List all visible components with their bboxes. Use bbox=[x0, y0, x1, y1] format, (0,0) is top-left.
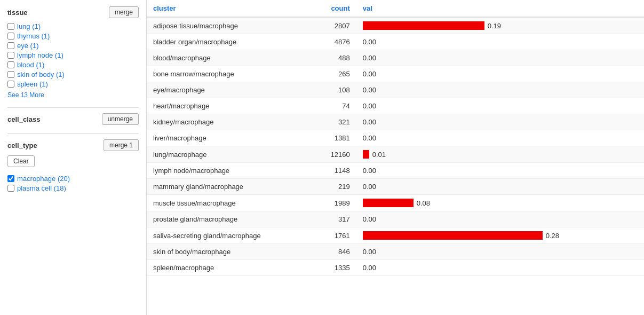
table-row: blood/macrophage4880.00 bbox=[147, 50, 644, 66]
tissue-link-2[interactable]: eye (1) bbox=[17, 42, 38, 50]
cell-val: 0.00 bbox=[356, 114, 644, 130]
table-row: heart/macrophage740.00 bbox=[147, 98, 644, 114]
cell-cluster: prostate gland/macrophage bbox=[147, 211, 312, 227]
cell-cluster: heart/macrophage bbox=[147, 98, 312, 114]
cell-type-header: cell_type merge 1 bbox=[7, 139, 139, 151]
clear-button[interactable]: Clear bbox=[7, 155, 35, 167]
val-text: 0.01 bbox=[372, 151, 386, 159]
val-text: 0.28 bbox=[546, 232, 559, 240]
val-text: 0.00 bbox=[363, 134, 376, 142]
unmerge-button[interactable]: unmerge bbox=[102, 113, 139, 125]
cell-class-section: cell_class unmerge bbox=[7, 113, 139, 125]
cell-type-item: plasma cell (18) bbox=[7, 184, 139, 192]
cell-cluster: bone marrow/macrophage bbox=[147, 66, 312, 82]
cell-val: 0.01 bbox=[356, 146, 644, 163]
tissue-checkbox-0[interactable] bbox=[7, 23, 14, 30]
table-row: liver/macrophage13810.00 bbox=[147, 130, 644, 146]
cell-type-title: cell_type bbox=[7, 141, 37, 149]
cell-count: 1989 bbox=[312, 195, 356, 211]
tissue-checkbox-1[interactable] bbox=[7, 33, 14, 40]
val-text: 0.00 bbox=[363, 167, 376, 175]
cell-cluster: bladder organ/macrophage bbox=[147, 34, 312, 50]
cell-count: 1335 bbox=[312, 260, 356, 276]
cell-val: 0.00 bbox=[356, 50, 644, 66]
cell-class-header: cell_class unmerge bbox=[7, 113, 139, 125]
tissue-item: spleen (1) bbox=[7, 80, 139, 88]
table-row: prostate gland/macrophage3170.00 bbox=[147, 211, 644, 227]
tissue-link-4[interactable]: blood (1) bbox=[17, 61, 44, 69]
tissue-item: thymus (1) bbox=[7, 32, 139, 40]
tissue-checkbox-3[interactable] bbox=[7, 52, 14, 59]
cell-type-checkbox-0[interactable] bbox=[7, 175, 14, 182]
cell-cluster: muscle tissue/macrophage bbox=[147, 195, 312, 211]
divider-1 bbox=[7, 107, 139, 108]
tissue-link-6[interactable]: spleen (1) bbox=[17, 80, 48, 88]
tissue-link-1[interactable]: thymus (1) bbox=[17, 32, 50, 40]
cell-cluster: blood/macrophage bbox=[147, 50, 312, 66]
cell-cluster: lymph node/macrophage bbox=[147, 163, 312, 179]
col-cluster: cluster bbox=[147, 0, 312, 17]
cell-count: 1381 bbox=[312, 130, 356, 146]
table-row: skin of body/macrophage8460.00 bbox=[147, 244, 644, 260]
cell-val: 0.19 bbox=[356, 17, 644, 34]
tissue-link-0[interactable]: lung (1) bbox=[17, 22, 41, 30]
tissue-section: tissue merge lung (1)thymus (1)eye (1)ly… bbox=[7, 6, 139, 99]
tissue-checkbox-4[interactable] bbox=[7, 61, 14, 68]
table-row: saliva-secreting gland/macrophage17610.2… bbox=[147, 227, 644, 244]
val-text: 0.00 bbox=[363, 38, 376, 46]
cell-type-checkbox-1[interactable] bbox=[7, 185, 14, 192]
see-more-link[interactable]: See 13 More bbox=[7, 91, 44, 99]
main-content: cluster count val adipose tissue/macroph… bbox=[147, 0, 644, 315]
cell-val: 0.00 bbox=[356, 130, 644, 146]
table-body: adipose tissue/macrophage28070.19bladder… bbox=[147, 17, 644, 276]
tissue-checkbox-6[interactable] bbox=[7, 81, 14, 88]
cell-class-title: cell_class bbox=[7, 115, 40, 123]
tissue-item: lung (1) bbox=[7, 22, 139, 30]
tissue-link-3[interactable]: lymph node (1) bbox=[17, 51, 63, 59]
cell-count: 2807 bbox=[312, 17, 356, 34]
cell-type-link-0[interactable]: macrophage (20) bbox=[17, 175, 70, 183]
val-text: 0.00 bbox=[363, 86, 376, 94]
tissue-title: tissue bbox=[7, 9, 28, 17]
table-row: muscle tissue/macrophage19890.08 bbox=[147, 195, 644, 211]
cell-count: 108 bbox=[312, 82, 356, 98]
cell-cluster: lung/macrophage bbox=[147, 146, 312, 163]
val-text: 0.08 bbox=[417, 199, 430, 207]
cell-val: 0.00 bbox=[356, 179, 644, 195]
tissue-link-5[interactable]: skin of body (1) bbox=[17, 70, 65, 78]
cell-cluster: skin of body/macrophage bbox=[147, 244, 312, 260]
cell-type-link-1[interactable]: plasma cell (18) bbox=[17, 184, 66, 192]
cell-type-item: macrophage (20) bbox=[7, 175, 139, 183]
cell-cluster: liver/macrophage bbox=[147, 130, 312, 146]
table-row: kidney/macrophage3210.00 bbox=[147, 114, 644, 130]
cell-count: 265 bbox=[312, 66, 356, 82]
cell-count: 219 bbox=[312, 179, 356, 195]
cell-val: 0.00 bbox=[356, 66, 644, 82]
val-text: 0.00 bbox=[363, 102, 376, 110]
sidebar: tissue merge lung (1)thymus (1)eye (1)ly… bbox=[0, 0, 147, 315]
tissue-checkbox-2[interactable] bbox=[7, 42, 14, 49]
tissue-item: lymph node (1) bbox=[7, 51, 139, 59]
val-text: 0.00 bbox=[363, 248, 376, 256]
val-text: 0.00 bbox=[363, 54, 376, 62]
merge1-button[interactable]: merge 1 bbox=[104, 139, 139, 151]
cell-val: 0.28 bbox=[356, 227, 644, 244]
cell-val: 0.00 bbox=[356, 260, 644, 276]
merge-button[interactable]: merge bbox=[109, 6, 139, 18]
cell-count: 488 bbox=[312, 50, 356, 66]
val-text: 0.00 bbox=[363, 215, 376, 223]
cell-count: 321 bbox=[312, 114, 356, 130]
cell-val: 0.00 bbox=[356, 82, 644, 98]
divider-2 bbox=[7, 133, 139, 134]
cell-type-section: cell_type merge 1 Clear macrophage (20)p… bbox=[7, 139, 139, 192]
cell-val: 0.00 bbox=[356, 244, 644, 260]
tissue-checkbox-5[interactable] bbox=[7, 71, 14, 78]
cell-count: 4876 bbox=[312, 34, 356, 50]
cell-cluster: saliva-secreting gland/macrophage bbox=[147, 227, 312, 244]
table-row: bone marrow/macrophage2650.00 bbox=[147, 66, 644, 82]
val-text: 0.19 bbox=[488, 22, 501, 30]
cell-count: 12160 bbox=[312, 146, 356, 163]
cell-count: 846 bbox=[312, 244, 356, 260]
cell-cluster: spleen/macrophage bbox=[147, 260, 312, 276]
val-text: 0.00 bbox=[363, 70, 376, 78]
